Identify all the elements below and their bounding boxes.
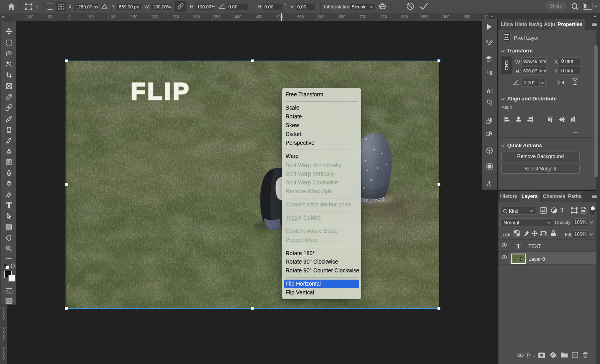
svg-text:A: A (488, 130, 492, 136)
svg-text:A: A (486, 88, 491, 94)
svg-text:FLIP: FLIP (131, 78, 191, 105)
svg-text:A: A (486, 180, 491, 187)
